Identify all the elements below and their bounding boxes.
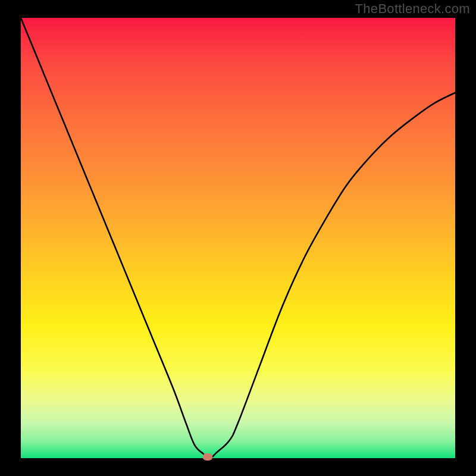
chart-container: TheBottleneck.com — [0, 0, 476, 476]
bottleneck-curve — [21, 18, 455, 458]
minimum-marker — [203, 453, 212, 461]
watermark-text: TheBottleneck.com — [355, 1, 470, 17]
plot-area — [21, 18, 455, 458]
